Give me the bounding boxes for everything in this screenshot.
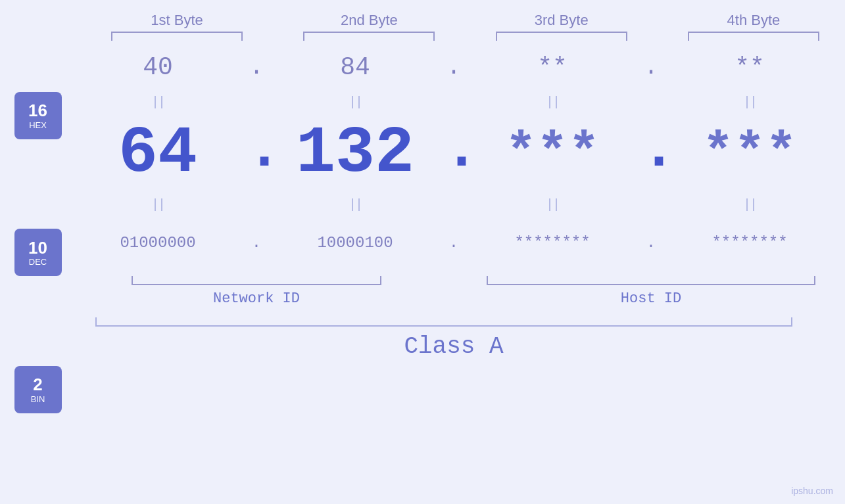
- bin-b2: 10000100: [266, 234, 444, 252]
- bin-b3: ********: [464, 234, 641, 252]
- bracket2: [283, 32, 456, 41]
- byte3-header: 3rd Byte: [475, 12, 648, 29]
- main-container: 1st Byte 2nd Byte 3rd Byte 4th Byte 16: [0, 0, 845, 504]
- eq1-b3: ||: [464, 95, 641, 110]
- hex-row: 40 . 84 . ** . **: [69, 41, 838, 93]
- byte4-header: 4th Byte: [667, 12, 840, 29]
- eq1-b1: ||: [69, 95, 247, 110]
- dec-dot1: .: [247, 116, 266, 190]
- bin-dot3: .: [641, 234, 661, 252]
- id-labels-area: Network ID Host ID: [69, 276, 838, 307]
- bin-badge: 2 BIN: [14, 366, 62, 413]
- byte2-header: 2nd Byte: [283, 12, 456, 29]
- host-id-label: Host ID: [621, 290, 681, 307]
- badges-column: 16 HEX 10 DEC 2 BIN: [0, 41, 69, 504]
- dec-row: 64 . 132 . *** . ***: [69, 110, 838, 196]
- watermark: ipshu.com: [791, 486, 833, 496]
- bracket4: [667, 32, 840, 41]
- hex-b2: 84: [266, 53, 444, 81]
- hex-dot2: .: [444, 54, 464, 81]
- eq1-b4: ||: [661, 95, 838, 110]
- network-id-section: Network ID: [69, 276, 444, 307]
- host-id-bracket: [487, 276, 815, 285]
- dec-dot2: .: [444, 116, 464, 190]
- bin-b1: 01000000: [69, 234, 247, 252]
- eq1-b2: ||: [266, 95, 444, 110]
- hex-dot3: .: [641, 54, 661, 81]
- hex-b3: **: [464, 53, 641, 81]
- network-id-bracket: [132, 276, 381, 285]
- byte1-header: 1st Byte: [91, 12, 264, 29]
- class-label: Class A: [404, 333, 503, 360]
- bin-row: 01000000 . 10000100 . ******** . *******…: [69, 213, 838, 272]
- hex-b4: **: [661, 53, 838, 81]
- class-bracket: [95, 317, 792, 327]
- bracket3: [475, 32, 648, 41]
- dec-b1: 64: [69, 116, 247, 191]
- hex-badge: 16 HEX: [14, 92, 62, 139]
- dec-b3: ***: [464, 124, 641, 183]
- bracket1: [91, 32, 264, 41]
- hex-b1: 40: [69, 53, 247, 81]
- host-id-section: Host ID: [464, 276, 838, 307]
- bin-dot2: .: [444, 234, 464, 252]
- hex-dot1: .: [247, 54, 266, 81]
- bin-dot1: .: [247, 234, 266, 252]
- network-id-label: Network ID: [213, 290, 300, 307]
- dec-b2: 132: [266, 116, 444, 191]
- equals-row-2: || || || ||: [69, 196, 838, 213]
- bin-b4: ********: [661, 234, 838, 252]
- dec-dot3: .: [641, 116, 661, 190]
- dec-badge: 10 DEC: [14, 229, 62, 276]
- dec-b4: ***: [661, 124, 838, 183]
- equals-row-1: || || || ||: [69, 93, 838, 110]
- class-section: Class A: [69, 317, 838, 360]
